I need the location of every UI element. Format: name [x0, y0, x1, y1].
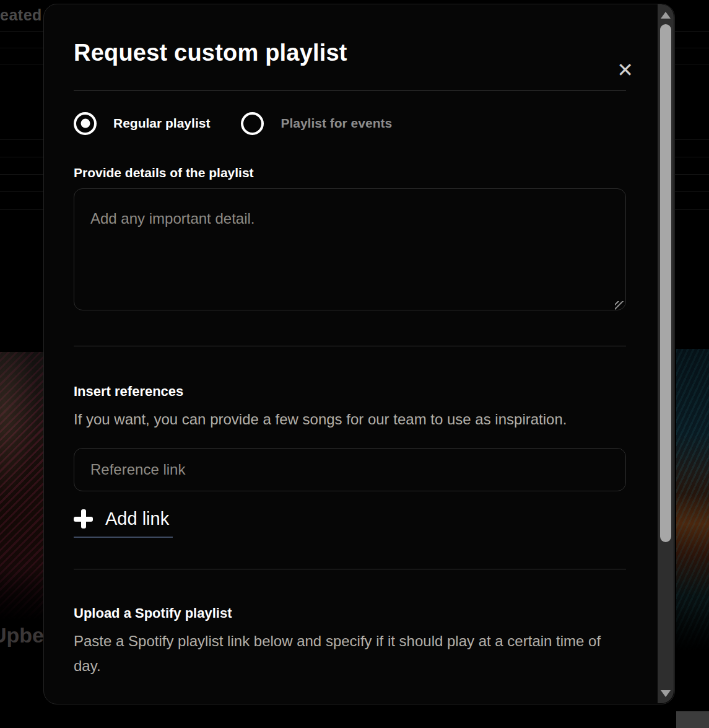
radio-label: Regular playlist — [113, 116, 210, 131]
radio-label: Playlist for events — [281, 116, 392, 131]
spotify-description: Paste a Spotify playlist link below and … — [74, 629, 606, 678]
resize-handle-icon[interactable] — [615, 301, 624, 310]
close-icon[interactable]: ✕ — [617, 60, 633, 80]
background-playlist-cover-image — [0, 352, 43, 620]
dialog-content: ✕ Request custom playlist Regular playli… — [44, 39, 674, 704]
details-textarea[interactable] — [74, 188, 626, 310]
scroll-down-icon[interactable] — [661, 690, 671, 697]
clipped-background-text: eated — [0, 6, 42, 24]
radio-unselected-icon[interactable] — [241, 112, 264, 135]
radio-regular-playlist[interactable]: Regular playlist — [74, 112, 210, 135]
playlist-type-options: Regular playlist Playlist for events — [74, 110, 626, 137]
divider — [74, 90, 626, 91]
dialog-title: Request custom playlist — [74, 39, 626, 66]
details-field-label: Provide details of the playlist — [74, 165, 626, 180]
reference-link-input[interactable] — [74, 448, 626, 491]
details-textarea-wrap — [74, 188, 626, 313]
references-heading: Insert references — [74, 384, 626, 400]
radio-playlist-for-events[interactable]: Playlist for events — [241, 112, 392, 135]
divider — [74, 569, 626, 569]
add-link-underline — [74, 537, 173, 538]
background-playlist-cover-image — [676, 349, 709, 651]
plus-icon — [74, 509, 93, 528]
divider — [74, 346, 626, 346]
references-description: If you want, you can provide a few songs… — [74, 407, 606, 432]
radio-selected-icon[interactable] — [74, 112, 97, 135]
scrollbar-thumb[interactable] — [660, 24, 671, 542]
request-custom-playlist-dialog: ✕ Request custom playlist Regular playli… — [43, 4, 675, 704]
background-artifact — [676, 711, 709, 728]
add-link-label: Add link — [105, 509, 169, 529]
spotify-heading: Upload a Spotify playlist — [74, 605, 626, 621]
dialog-scrollbar[interactable] — [658, 4, 674, 703]
scroll-up-icon[interactable] — [661, 12, 671, 19]
add-link-button[interactable]: Add link — [74, 509, 169, 529]
